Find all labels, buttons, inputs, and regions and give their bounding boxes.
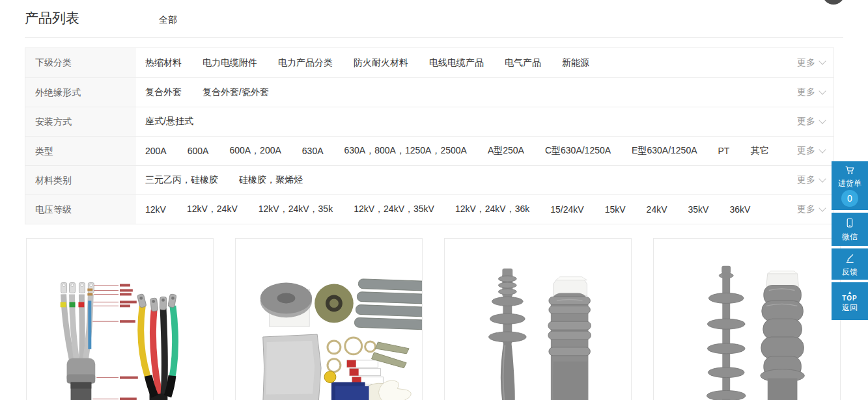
filter-option[interactable]: 电线电缆产品 <box>429 57 484 69</box>
filter-options: 12kV12kV，24kV12kV，24kV，35k12kV，24kV，35kV… <box>136 195 797 224</box>
product-card[interactable] <box>444 238 632 400</box>
filter-label: 电压等级 <box>25 195 136 224</box>
chevron-down-icon <box>819 57 826 64</box>
wechat-button[interactable]: 微信 <box>832 213 868 246</box>
more-label: 更多 <box>797 204 815 215</box>
filter-option[interactable]: 600A <box>188 146 209 156</box>
tab-all[interactable]: 全部 <box>159 14 177 26</box>
filter-row-2: 外绝缘形式复合外套复合外套/瓷外套更多 <box>25 77 833 107</box>
filter-option[interactable]: 35kV <box>688 204 709 215</box>
filter-label: 下级分类 <box>25 48 136 77</box>
feedback-label: 反馈 <box>842 267 858 276</box>
more-label: 更多 <box>797 87 815 98</box>
product-card[interactable] <box>235 238 423 400</box>
mobile-phone-icon <box>844 217 856 231</box>
filter-option[interactable]: 12kV，24kV，35kV <box>354 204 434 215</box>
filter-option[interactable]: 电气产品 <box>505 57 541 69</box>
filter-option[interactable]: 24kV <box>647 204 667 215</box>
filter-option[interactable]: 200A <box>145 146 167 156</box>
filter-option[interactable]: C型630A/1250A <box>545 145 611 157</box>
filter-option[interactable]: E型630A/1250A <box>632 145 697 157</box>
avatar-partial[interactable] <box>822 0 845 5</box>
filter-row-3: 安装方式座式/悬挂式更多 <box>25 107 833 136</box>
product-card[interactable] <box>26 238 214 400</box>
filter-row-4: 类型200A600A600A，200A630A630A，800A，1250A，2… <box>25 136 833 165</box>
page-title: 产品列表 <box>25 9 79 27</box>
filter-options: 三元乙丙，硅橡胶硅橡胶，聚烯烃 <box>136 166 797 194</box>
header-divider <box>25 37 843 38</box>
product-card[interactable] <box>653 238 841 400</box>
filter-option[interactable]: 硅橡胶，聚烯烃 <box>239 174 303 186</box>
filter-option[interactable]: 12kV，24kV，36k <box>455 204 529 215</box>
filter-options: 200A600A600A，200A630A630A，800A，1250A，250… <box>136 137 797 165</box>
product-grid <box>26 238 841 400</box>
filter-option[interactable]: 三元乙丙，硅橡胶 <box>145 174 218 186</box>
chevron-down-icon <box>819 175 826 182</box>
more-link[interactable]: 更多 <box>797 48 833 77</box>
filter-option[interactable]: 新能源 <box>562 57 589 69</box>
cart-count-badge: 0 <box>841 190 858 207</box>
filter-label: 材料类别 <box>25 166 136 194</box>
filter-row-6: 电压等级12kV12kV，24kV12kV，24kV，35k12kV，24kV，… <box>25 194 833 224</box>
filter-label: 类型 <box>25 137 136 165</box>
filter-label: 安装方式 <box>25 107 136 136</box>
back-label: 返回 <box>842 303 858 312</box>
more-label: 更多 <box>797 116 815 127</box>
more-link[interactable]: 更多 <box>797 107 833 136</box>
filter-option[interactable]: 630A <box>302 146 324 156</box>
filter-options: 座式/悬挂式 <box>136 107 797 136</box>
feedback-button[interactable]: 反馈 <box>832 248 868 280</box>
chevron-down-icon <box>819 146 826 153</box>
more-label: 更多 <box>797 57 815 69</box>
filter-option[interactable]: 座式/悬挂式 <box>145 116 193 127</box>
filter-option[interactable]: 热缩材料 <box>145 57 182 69</box>
filter-option[interactable]: 630A，800A，1250A，2500A <box>344 145 467 157</box>
cart-button[interactable]: 进货单 0 <box>832 161 868 210</box>
product-image-terminations-a <box>445 239 631 400</box>
filter-option[interactable]: A型250A <box>488 145 524 157</box>
more-link[interactable]: 更多 <box>797 195 833 224</box>
filter-option[interactable]: 复合外套/瓷外套 <box>203 87 269 98</box>
filter-options: 复合外套复合外套/瓷外套 <box>136 78 797 107</box>
product-image-kit-contents <box>236 239 422 400</box>
product-image-terminations-b <box>654 239 840 400</box>
pencil-icon <box>844 252 856 266</box>
cart-label: 进货单 <box>838 179 861 188</box>
filter-row-1: 下级分类热缩材料电力电缆附件电力产品分类防火耐火材料电线电缆产品电气产品新能源更… <box>25 48 833 77</box>
back-to-top-button[interactable]: ▲ TOP 返回 <box>832 282 868 320</box>
filter-label: 外绝缘形式 <box>25 78 136 107</box>
chevron-down-icon <box>819 204 826 211</box>
filter-option[interactable]: PT <box>718 146 730 156</box>
filter-option[interactable]: 36kV <box>729 204 750 215</box>
filter-option[interactable]: 12kV <box>145 204 166 215</box>
more-link[interactable]: 更多 <box>797 166 833 194</box>
product-image-termination-diagram <box>27 239 213 400</box>
filter-option[interactable]: 15/24kV <box>550 204 583 215</box>
filter-option[interactable]: 12kV，24kV <box>187 204 238 215</box>
filter-option[interactable]: 复合外套 <box>145 87 182 98</box>
filter-option[interactable]: 12kV，24kV，35k <box>259 204 333 215</box>
chevron-down-icon <box>819 116 826 124</box>
filter-option[interactable]: 15kV <box>605 204 626 215</box>
side-toolbar: 进货单 0 微信 反馈 ▲ TOP <box>832 161 868 320</box>
filter-option[interactable]: 600A，200A <box>229 145 281 157</box>
wechat-label: 微信 <box>842 232 858 241</box>
filter-option[interactable]: 电力产品分类 <box>278 57 333 69</box>
filter-table: 下级分类热缩材料电力电缆附件电力产品分类防火耐火材料电线电缆产品电气产品新能源更… <box>25 47 834 224</box>
top-label: TOP <box>842 295 857 302</box>
filter-options: 热缩材料电力电缆附件电力产品分类防火耐火材料电线电缆产品电气产品新能源 <box>136 48 797 77</box>
shopping-cart-icon <box>843 165 856 178</box>
filter-row-5: 材料类别三元乙丙，硅橡胶硅橡胶，聚烯烃更多 <box>25 165 833 194</box>
filter-option[interactable]: 其它 <box>750 145 768 157</box>
more-label: 更多 <box>797 174 815 186</box>
filter-option[interactable]: 防火耐火材料 <box>354 57 408 69</box>
more-link[interactable]: 更多 <box>797 137 833 165</box>
chevron-down-icon <box>819 87 826 94</box>
filter-option[interactable]: 电力电缆附件 <box>203 57 257 69</box>
more-link[interactable]: 更多 <box>797 78 833 107</box>
product-list-page: 产品列表 全部 下级分类热缩材料电力电缆附件电力产品分类防火耐火材料电线电缆产品… <box>0 0 868 400</box>
more-label: 更多 <box>797 145 815 157</box>
